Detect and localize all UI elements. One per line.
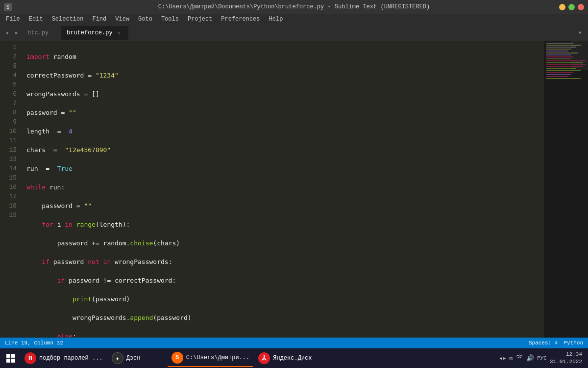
line-num-17: 17	[0, 192, 17, 201]
svg-rect-8	[546, 51, 568, 52]
systray-wifi-icon[interactable]	[515, 354, 523, 362]
minimap-canvas	[544, 41, 588, 338]
tab-nav-prev[interactable]: ◂	[2, 26, 12, 40]
status-position[interactable]: Line 19, Column 32	[5, 340, 63, 346]
code-line-7: run = True	[26, 164, 544, 173]
code-line-4: password = ""	[26, 108, 544, 117]
tab-bruteforce[interactable]: bruteforce.py ✕	[61, 26, 128, 40]
code-line-1: import random	[26, 52, 544, 61]
code-line-16: else:	[26, 332, 544, 338]
code-line-9: password = ""	[26, 201, 544, 210]
tab-nav-next[interactable]: ▸	[12, 26, 22, 40]
svg-rect-10	[546, 54, 571, 55]
line-num-14: 14	[0, 164, 17, 173]
app-icon: S	[4, 3, 12, 11]
yadisk-svg	[260, 354, 269, 363]
code-line-15: wrongPasswords.append(password)	[26, 313, 544, 322]
tab-btc-label: btc.py	[27, 29, 49, 36]
code-line-8: while run:	[26, 183, 544, 192]
systray-volume-icon[interactable]: 🔊	[526, 354, 534, 362]
line-num-19: 19	[0, 210, 17, 220]
line-num-18: 18	[0, 201, 17, 210]
taskbar-app-dzen-label: Дзен	[126, 355, 141, 362]
system-clock: 12:34 31.01.2022	[550, 351, 582, 366]
language-indicator[interactable]: РУС	[537, 355, 547, 361]
code-line-6: chars = "12e4567890"	[26, 145, 544, 155]
status-language[interactable]: Python	[564, 340, 583, 346]
clock-date: 31.01.2022	[550, 358, 582, 366]
svg-rect-16	[546, 66, 583, 67]
menu-view[interactable]: View	[111, 15, 133, 24]
status-left: Line 19, Column 32	[5, 340, 63, 346]
line-num-2: 2	[0, 52, 17, 61]
code-line-14: print(password)	[26, 294, 544, 304]
code-line-2: correctPassword = "1234"	[26, 71, 544, 80]
close-button[interactable]	[578, 4, 584, 10]
svg-rect-14	[546, 62, 583, 63]
taskbar-app-dzen[interactable]: ✦ Дзен	[108, 349, 167, 367]
menu-edit[interactable]: Edit	[25, 15, 47, 24]
taskbar-app-yadisk-label: Яндекс.Диск	[273, 355, 312, 362]
line-num-15: 15	[0, 173, 17, 183]
svg-rect-11	[546, 56, 573, 57]
menubar: File Edit Selection Find View Goto Tools…	[0, 14, 588, 25]
taskbar-app-sublime[interactable]: S C:\Users\Дмитри...	[168, 349, 254, 367]
svg-rect-12	[546, 58, 571, 59]
code-line-13: if password != correctPassword:	[26, 276, 544, 285]
line-num-6: 6	[0, 89, 17, 99]
code-line-12: if password not in wrongPasswords:	[26, 257, 544, 266]
dzen-icon: ✦	[112, 352, 123, 364]
svg-rect-17	[546, 68, 576, 69]
line-num-13: 13	[0, 155, 17, 164]
menu-help[interactable]: Help	[265, 15, 287, 24]
sublime-icon: S	[172, 352, 183, 364]
maximize-button[interactable]	[568, 4, 575, 10]
menu-preferences[interactable]: Preferences	[217, 15, 264, 24]
line-numbers: 1 2 3 4 5 6 7 8 9 10 11 12 13 14 15 16 1…	[0, 41, 22, 338]
minimize-button[interactable]	[559, 4, 565, 10]
svg-rect-4	[546, 43, 573, 44]
svg-rect-7	[546, 49, 571, 50]
window-title: C:\Users\Дмитрий\Documents\Python\brutef…	[158, 3, 430, 10]
taskbar-app-sublime-label: C:\Users\Дмитри...	[186, 354, 250, 361]
line-num-16: 16	[0, 183, 17, 192]
tab-more-button[interactable]: ▾	[574, 28, 586, 37]
svg-rect-20	[546, 74, 571, 75]
menu-tools[interactable]: Tools	[157, 15, 183, 24]
taskbar: Я подбор паролей ... ✦ Дзен S C:\Users\Д…	[0, 348, 588, 368]
line-num-1: 1	[0, 43, 17, 52]
status-spaces[interactable]: Spaces: 4	[529, 340, 558, 346]
menu-selection[interactable]: Selection	[48, 15, 88, 24]
tab-bruteforce-label: bruteforce.py	[67, 29, 113, 36]
tab-bruteforce-close[interactable]: ✕	[116, 29, 122, 36]
menu-goto[interactable]: Goto	[134, 15, 156, 24]
code-line-3: wrongPasswords = []	[26, 89, 544, 99]
window-controls	[559, 4, 584, 10]
tab-btc[interactable]: btc.py	[22, 26, 61, 40]
taskbar-app-yandex[interactable]: Я подбор паролей ...	[21, 349, 107, 367]
status-right: Spaces: 4 Python	[529, 340, 583, 346]
clock-time: 12:34	[550, 351, 582, 358]
systray-icons: ◂▸ ⊡ 🔊	[499, 354, 534, 362]
menu-find[interactable]: Find	[88, 15, 110, 24]
systray-network-icon[interactable]: ⊡	[510, 355, 513, 362]
line-num-11: 11	[0, 136, 17, 145]
editor-container: 1 2 3 4 5 6 7 8 9 10 11 12 13 14 15 16 1…	[0, 41, 588, 338]
code-line-11: password += random.choise(chars)	[26, 238, 544, 248]
line-num-9: 9	[0, 117, 17, 127]
taskbar-app-yandex-label: подбор паролей ...	[39, 355, 103, 362]
line-num-3: 3	[0, 61, 17, 71]
svg-rect-15	[546, 64, 586, 65]
menu-project[interactable]: Project	[184, 15, 216, 24]
systray-arrows-icon[interactable]: ◂▸	[499, 354, 507, 362]
start-button[interactable]	[2, 349, 20, 367]
svg-text:S: S	[6, 4, 10, 10]
svg-rect-18	[546, 70, 581, 71]
yandex-icon: Я	[24, 352, 36, 364]
taskbar-app-yadisk[interactable]: Яндекс.Диск	[254, 349, 316, 367]
yadisk-icon	[258, 352, 270, 364]
line-num-12: 12	[0, 145, 17, 155]
menu-file[interactable]: File	[2, 15, 24, 24]
code-editor[interactable]: import random correctPassword = "1234" w…	[22, 41, 544, 338]
svg-rect-6	[546, 47, 576, 48]
